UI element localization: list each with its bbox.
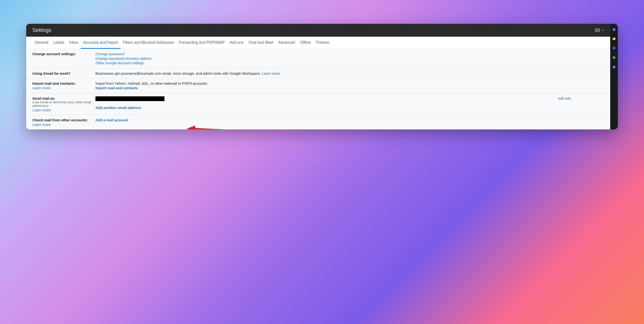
- side-app-icon[interactable]: [612, 37, 616, 40]
- row-value: Add another email address edit info: [96, 96, 604, 110]
- input-tools-selector[interactable]: [595, 28, 604, 32]
- import-description: Import from Yahoo!, Hotmail, AOL, or oth…: [96, 81, 604, 85]
- side-app-icon[interactable]: [612, 56, 616, 59]
- row-label: Send mail as:: [32, 96, 93, 100]
- chevron-down-icon: [602, 30, 604, 31]
- tab-accounts-import[interactable]: Accounts and Import: [81, 37, 120, 49]
- window-right-border: [610, 24, 618, 129]
- side-app-icon[interactable]: [612, 47, 616, 49]
- row-value: Import from Yahoo!, Hotmail, AOL, or oth…: [96, 81, 604, 90]
- side-app-icon[interactable]: [612, 66, 616, 68]
- row-using-for-work: Using Gmail for work? Businesses get you…: [26, 68, 610, 78]
- row-label-col: Import mail and contacts: Learn more: [32, 81, 96, 90]
- row-value: Change password Change password recovery…: [96, 52, 604, 65]
- learn-more-link[interactable]: Learn more: [32, 86, 93, 90]
- settings-tabs: General Labels Inbox Accounts and Import…: [26, 37, 610, 49]
- row-change-account: Change account settings: Change password…: [26, 49, 610, 68]
- row-label: Check mail from other accounts:: [32, 118, 93, 122]
- learn-more-link[interactable]: Learn more: [32, 108, 93, 112]
- recovery-options-link[interactable]: Change password recovery options: [96, 56, 151, 60]
- tab-filters[interactable]: Filters and Blocked Addresses: [120, 37, 176, 49]
- tab-addons[interactable]: Add-ons: [227, 37, 246, 49]
- row-label-col: Send mail as: (Use Gmail to send from yo…: [32, 96, 96, 112]
- tab-inbox[interactable]: Inbox: [67, 37, 81, 49]
- titlebar: Settings: [26, 24, 610, 37]
- row-label: Import mail and contacts:: [32, 81, 93, 85]
- page-title: Settings: [32, 27, 52, 33]
- row-value: Businesses get yourname@example.com emai…: [96, 71, 604, 75]
- work-description: Businesses get yourname@example.com emai…: [96, 71, 262, 75]
- tab-themes[interactable]: Themes: [313, 37, 332, 49]
- learn-more-link[interactable]: Learn more: [32, 122, 93, 127]
- edit-info-link[interactable]: edit info: [558, 96, 604, 100]
- keyboard-icon: [595, 28, 600, 32]
- redacted-email: [96, 96, 164, 101]
- row-check-mail: Check mail from other accounts: Learn mo…: [26, 115, 610, 129]
- settings-window: Settings General Labels Inbox Accounts a…: [26, 24, 618, 129]
- row-label: Change account settings:: [32, 52, 96, 56]
- row-label: Using Gmail for work?: [32, 71, 96, 75]
- tab-labels[interactable]: Labels: [51, 37, 67, 49]
- tab-offline[interactable]: Offline: [298, 37, 313, 49]
- settings-content: Change account settings: Change password…: [26, 49, 610, 129]
- tab-chat-meet[interactable]: Chat and Meet: [246, 37, 276, 49]
- other-account-settings-link[interactable]: Other Google Account settings: [96, 61, 144, 65]
- row-send-mail-as: Send mail as: (Use Gmail to send from yo…: [26, 93, 610, 115]
- row-import-mail: Import mail and contacts: Learn more Imp…: [26, 78, 610, 93]
- row-value: Add a mail account: [96, 118, 604, 122]
- tab-advanced[interactable]: Advanced: [276, 37, 298, 49]
- row-sublabel: (Use Gmail to send from your other email…: [32, 100, 93, 107]
- import-mail-action-link[interactable]: Import mail and contacts: [96, 86, 138, 90]
- side-app-icon[interactable]: [612, 28, 616, 31]
- side-panel-strip: [612, 28, 616, 129]
- add-mail-account-link[interactable]: Add a mail account: [96, 118, 128, 122]
- add-another-email-link[interactable]: Add another email address: [96, 106, 141, 110]
- tab-general[interactable]: General: [32, 37, 51, 49]
- learn-more-link[interactable]: Learn more: [262, 71, 280, 75]
- row-label-col: Check mail from other accounts: Learn mo…: [32, 118, 96, 127]
- tab-forwarding[interactable]: Forwarding and POP/IMAP: [176, 37, 227, 49]
- change-password-link[interactable]: Change password: [96, 52, 124, 56]
